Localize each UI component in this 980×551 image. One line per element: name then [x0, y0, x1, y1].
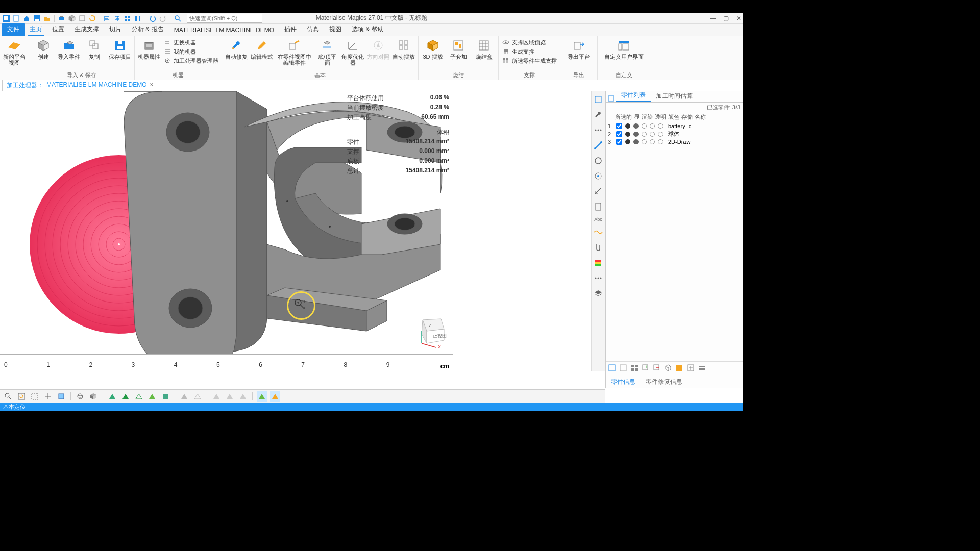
tab-slice[interactable]: 切片 — [104, 23, 127, 36]
wire-cube-icon[interactable] — [78, 14, 86, 22]
tri-dim1-icon[interactable] — [211, 391, 222, 402]
row-select-checkbox[interactable] — [616, 131, 622, 137]
print-icon[interactable] — [58, 14, 66, 22]
tri-dim3-icon[interactable] — [238, 391, 248, 402]
auto-fix-button[interactable]: 自动修复 — [225, 37, 248, 60]
row-select-checkbox[interactable] — [616, 123, 622, 129]
maximize-button[interactable]: ▢ — [723, 15, 729, 22]
tri-sel1-icon[interactable] — [257, 391, 267, 402]
line-tool-icon[interactable] — [593, 140, 603, 151]
tri-grey2-icon[interactable] — [192, 391, 203, 402]
all-parts-support-item[interactable]: 所选零件生成支撑 — [502, 57, 557, 65]
machine-prop-button[interactable]: 机器属性 — [138, 37, 160, 60]
search-icon[interactable] — [174, 14, 182, 22]
tab-parts-list[interactable]: 零件列表 — [616, 89, 651, 102]
shaded-cube-icon[interactable] — [88, 391, 99, 402]
tri4-icon[interactable] — [147, 391, 157, 402]
edit-in-part-view-button[interactable]: 在零件视图中编辑零件 — [276, 37, 313, 66]
page-tool-icon[interactable] — [593, 202, 603, 212]
tab-plugins[interactable]: 插件 — [279, 23, 302, 36]
align-left-icon[interactable] — [103, 14, 111, 22]
cube-solid-icon[interactable] — [160, 391, 170, 402]
tri3-icon[interactable] — [134, 391, 144, 402]
cube-outline-icon[interactable] — [56, 391, 66, 402]
minimize-button[interactable]: — — [710, 15, 716, 22]
custom-ui-button[interactable]: 自定义用户界面 — [601, 37, 647, 60]
import-part-button[interactable]: 导入零件 — [58, 37, 80, 60]
circle-tool-icon[interactable] — [593, 156, 603, 166]
tri-dim2-icon[interactable] — [225, 391, 235, 402]
cube-mini-icon[interactable] — [608, 364, 617, 373]
create-button[interactable]: 创建 — [32, 37, 55, 60]
wrench-tool-icon[interactable] — [593, 110, 603, 120]
new-icon[interactable] — [12, 14, 20, 22]
support-preview-item[interactable]: 支撑区域预览 — [502, 38, 557, 46]
export-platform-button[interactable]: 导出平台 — [564, 37, 594, 60]
tab-file[interactable]: 文件 — [2, 23, 24, 36]
3d-viewport[interactable]: 平台体积使用0.06 % 当前摆放密度0.28 % 加工高度60.65 mm 体… — [0, 91, 605, 371]
tab-position[interactable]: 位置 — [47, 23, 69, 36]
more-tool-icon[interactable] — [593, 273, 603, 283]
tab-analysis[interactable]: 分析 & 报告 — [127, 23, 169, 36]
tab-part-info[interactable]: 零件信息 — [606, 375, 641, 388]
gen-support-item[interactable]: 生成支撑 — [502, 47, 557, 56]
box-plus-icon[interactable] — [687, 364, 696, 373]
align-grid-icon[interactable] — [124, 14, 132, 22]
pan-icon[interactable] — [43, 391, 53, 402]
angle-optimizer-button[interactable]: 角度优化器 — [341, 37, 364, 66]
tab-time-estimate[interactable]: 加工时间估算 — [651, 90, 698, 102]
add-cube-icon[interactable]: + — [642, 364, 651, 373]
tab-machine-demo[interactable]: MATERIALISE LM MACHINE DEMO — [169, 24, 279, 36]
tab-part-fix-info[interactable]: 零件修复信息 — [641, 375, 688, 388]
copy-button[interactable]: 复制 — [83, 37, 106, 60]
cube-icon[interactable] — [68, 14, 76, 22]
undo-icon[interactable] — [149, 14, 157, 22]
tri-sel2-icon[interactable] — [270, 391, 280, 402]
tab-options[interactable]: 选项 & 帮助 — [347, 23, 389, 36]
sinter-box-button[interactable]: 烧结盒 — [473, 37, 495, 60]
list-item[interactable]: 2 球体 — [606, 130, 743, 138]
save-project-button[interactable]: 保存项目 — [109, 37, 131, 60]
tab-support[interactable]: 生成支撑 — [69, 23, 104, 36]
clip-tool-icon[interactable] — [593, 242, 603, 253]
my-machines-item[interactable]: 我的机器 — [163, 47, 218, 56]
cube-small-icon[interactable] — [606, 95, 616, 102]
del-cube-icon[interactable]: – — [653, 364, 662, 373]
tab-sim[interactable]: 仿真 — [302, 23, 324, 36]
refresh-icon[interactable] — [88, 14, 96, 22]
sub-nest-button[interactable]: 子套加 — [447, 37, 470, 60]
orange-cube-icon[interactable] — [675, 364, 684, 373]
tab-home[interactable]: 主页 — [24, 23, 47, 36]
zoom-icon[interactable] — [3, 391, 13, 402]
layers-tool-icon[interactable] — [593, 288, 603, 298]
home-icon[interactable] — [22, 14, 31, 22]
tri1-icon[interactable] — [107, 391, 117, 402]
list-item[interactable]: 3 2D-Draw — [606, 138, 743, 145]
wire-cube2-icon[interactable] — [664, 364, 673, 373]
view-cube[interactable]: 正视图 Z X — [412, 314, 449, 350]
bottom-top-plane-button[interactable]: 底/顶平面 — [316, 37, 338, 66]
list-item[interactable]: 1 battery_c — [606, 122, 743, 130]
align-center-icon[interactable] — [113, 14, 121, 22]
tri-grey1-icon[interactable] — [179, 391, 189, 402]
zoom-fit-icon[interactable] — [16, 391, 27, 402]
grid-mini-icon[interactable] — [630, 364, 640, 373]
box-layers-icon[interactable] — [698, 364, 707, 373]
tab-view[interactable]: 视图 — [324, 23, 347, 36]
new-platform-view-button[interactable]: 新的平台视图 — [3, 37, 26, 66]
3d-place-button[interactable]: 3D 摆放 — [422, 37, 444, 60]
row-select-checkbox[interactable] — [616, 139, 622, 145]
save-icon[interactable] — [33, 14, 41, 22]
open-icon[interactable] — [43, 14, 51, 22]
orbit-icon[interactable] — [75, 391, 85, 402]
redo-icon[interactable] — [159, 14, 167, 22]
cube-ghost-icon[interactable] — [619, 364, 628, 373]
tri2-icon[interactable] — [120, 391, 131, 402]
wave-tool-icon[interactable] — [593, 227, 603, 237]
gradient-tool-icon[interactable] — [593, 258, 603, 268]
proc-mgr-item[interactable]: 加工处理器管理器 — [163, 57, 218, 65]
close-tab-icon[interactable]: × — [150, 81, 153, 90]
quick-search-input[interactable] — [187, 14, 262, 23]
target-tool-icon[interactable] — [593, 171, 603, 181]
auto-place-button[interactable]: 自动摆放 — [393, 37, 415, 60]
